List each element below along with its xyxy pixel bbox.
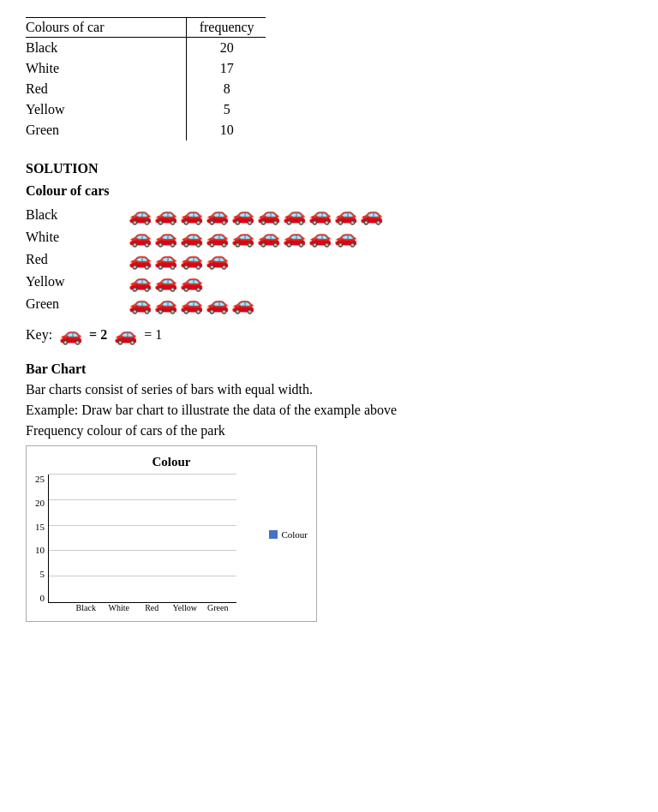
x-label: Black xyxy=(74,603,98,612)
chart-title: Colour xyxy=(35,455,308,469)
car-icon: 🚗 xyxy=(129,250,152,269)
y-tick-label: 20 xyxy=(35,499,45,508)
table-row: Red 8 xyxy=(26,79,266,99)
picto-row: Black 🚗🚗🚗🚗🚗🚗🚗🚗🚗🚗 xyxy=(26,204,386,226)
picto-row: Green 🚗🚗🚗🚗🚗 xyxy=(26,293,386,315)
bar-chart-example: Example: Draw bar chart to illustrate th… xyxy=(26,403,632,418)
y-tick-label: 0 xyxy=(35,594,45,603)
car-icon: 🚗 xyxy=(154,206,177,224)
freq-value: 5 xyxy=(188,99,266,120)
bars-group xyxy=(49,475,236,602)
car-icon: 🚗 xyxy=(334,206,357,224)
freq-value: 17 xyxy=(188,58,266,79)
color-label: Green xyxy=(26,120,186,140)
car-icon: 🚗 xyxy=(206,228,229,247)
bar-chart-description: Bar charts consist of series of bars wit… xyxy=(26,382,632,397)
car-icon: 🚗 xyxy=(334,228,357,247)
grid-line xyxy=(49,550,236,551)
freq-value: 8 xyxy=(188,79,266,99)
car-icon: 🚗 xyxy=(283,206,306,224)
key-car-icon: 🚗 xyxy=(59,324,82,346)
y-tick-label: 5 xyxy=(35,570,45,579)
key-equals1: = 2 xyxy=(89,327,107,343)
car-icon: 🚗 xyxy=(206,295,229,313)
colour-of-cars-label: Colour of cars xyxy=(26,183,632,199)
picto-label: Green xyxy=(26,293,120,315)
legend-label: Colour xyxy=(281,529,308,540)
car-icon: 🚗 xyxy=(129,206,152,224)
car-icon: 🚗 xyxy=(180,295,203,313)
car-icon: 🚗 xyxy=(257,228,280,247)
car-icon: 🚗 xyxy=(180,250,203,269)
picto-table: Black 🚗🚗🚗🚗🚗🚗🚗🚗🚗🚗 White 🚗🚗🚗🚗🚗🚗🚗🚗🚗 Red 🚗🚗🚗… xyxy=(26,204,386,315)
car-icon: 🚗 xyxy=(129,295,152,313)
car-icon: 🚗 xyxy=(308,206,332,224)
key-label: Key: xyxy=(26,327,52,343)
freq-value: 10 xyxy=(188,120,266,140)
bar-chart-axis-label: Frequency colour of cars of the park xyxy=(26,423,632,439)
picto-label: Yellow xyxy=(26,271,120,293)
legend-color xyxy=(269,530,278,539)
grid-line xyxy=(49,576,236,576)
bar-chart-title: Bar Chart xyxy=(26,361,632,377)
car-icon: 🚗 xyxy=(129,272,152,291)
picto-row: Yellow 🚗🚗🚗 xyxy=(26,271,386,293)
car-icon: 🚗 xyxy=(231,206,254,224)
car-icon: 🚗 xyxy=(180,228,203,247)
picto-label: White xyxy=(26,226,120,248)
car-icon: 🚗 xyxy=(180,206,203,224)
color-label: Yellow xyxy=(26,99,186,120)
bars-area xyxy=(48,475,236,603)
y-axis: 0510152025 xyxy=(35,475,45,603)
car-icon: 🚗 xyxy=(180,272,203,291)
chart-legend: Colour xyxy=(269,529,308,540)
picto-icons: 🚗🚗🚗 xyxy=(120,271,386,293)
x-label: Red xyxy=(140,603,164,612)
key-row: Key: 🚗 = 2 🚗 = 1 xyxy=(26,324,632,346)
color-label: Black xyxy=(26,38,186,59)
table-row: Yellow 5 xyxy=(26,99,266,120)
picto-row: White 🚗🚗🚗🚗🚗🚗🚗🚗🚗 xyxy=(26,226,386,248)
col2-header: frequency xyxy=(188,18,266,38)
car-icon: 🚗 xyxy=(206,250,229,269)
table-row: Black 20 xyxy=(26,38,266,59)
color-label: White xyxy=(26,58,186,79)
picto-icons: 🚗🚗🚗🚗🚗🚗🚗🚗🚗🚗 xyxy=(120,204,386,226)
picto-row: Red 🚗🚗🚗🚗 xyxy=(26,248,386,271)
x-label: Yellow xyxy=(172,603,196,612)
picto-icons: 🚗🚗🚗🚗🚗 xyxy=(120,293,386,315)
data-table: Colours of car frequency Black 20 White … xyxy=(26,17,266,140)
picto-label: Red xyxy=(26,248,120,271)
car-icon: 🚗 xyxy=(154,295,177,313)
car-icon: 🚗 xyxy=(283,228,306,247)
picto-label: Black xyxy=(26,204,120,226)
car-icon: 🚗 xyxy=(231,295,254,313)
car-icon: 🚗 xyxy=(206,206,229,224)
car-icon: 🚗 xyxy=(231,228,254,247)
freq-value: 20 xyxy=(188,38,266,59)
car-icon: 🚗 xyxy=(360,206,383,224)
x-label: Green xyxy=(206,603,230,612)
grid-line xyxy=(49,499,236,500)
y-tick-label: 25 xyxy=(35,475,45,484)
car-icon: 🚗 xyxy=(154,272,177,291)
key-equals2: = 1 xyxy=(144,327,162,343)
key-car-icon2: 🚗 xyxy=(114,324,137,346)
x-label: White xyxy=(106,603,130,612)
grid-line xyxy=(49,525,236,526)
solution-label: SOLUTION xyxy=(26,161,632,176)
y-tick-label: 15 xyxy=(35,522,45,532)
col1-header: Colours of car xyxy=(26,18,186,38)
car-icon: 🚗 xyxy=(154,228,177,247)
car-icon: 🚗 xyxy=(154,250,177,269)
table-row: Green 10 xyxy=(26,120,266,140)
grid-line xyxy=(49,474,236,475)
y-tick-label: 10 xyxy=(35,546,45,555)
color-label: Red xyxy=(26,79,186,99)
car-icon: 🚗 xyxy=(257,206,280,224)
car-icon: 🚗 xyxy=(129,228,152,247)
picto-icons: 🚗🚗🚗🚗 xyxy=(120,248,386,271)
chart-container: Colour 0510152025 BlackWhiteRedYellowGre… xyxy=(26,445,317,622)
car-icon: 🚗 xyxy=(308,228,332,247)
picto-icons: 🚗🚗🚗🚗🚗🚗🚗🚗🚗 xyxy=(120,226,386,248)
